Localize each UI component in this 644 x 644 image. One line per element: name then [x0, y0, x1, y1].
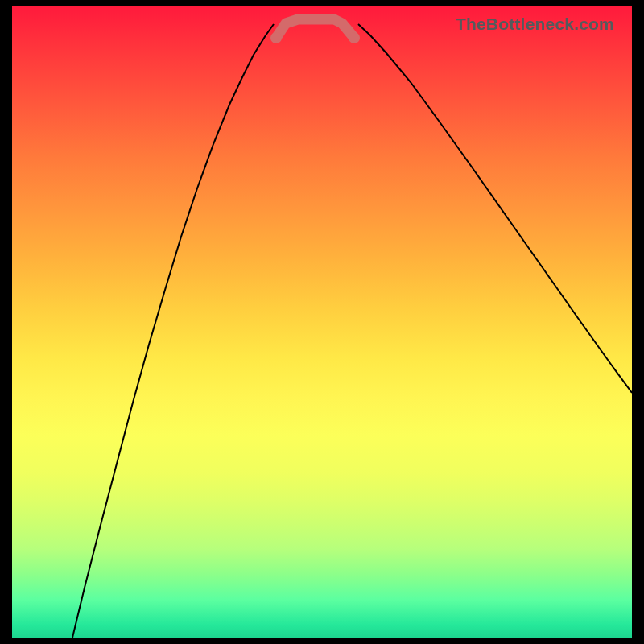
marker-dot-right: [349, 32, 360, 43]
chart-frame: TheBottleneck.com: [0, 0, 644, 644]
bottom-segment: [276, 19, 354, 38]
left-curve: [72, 24, 274, 638]
marker-dot-left: [270, 32, 282, 43]
right-curve: [358, 24, 632, 393]
chart-svg: [12, 6, 632, 638]
plot-area: TheBottleneck.com: [12, 6, 632, 638]
